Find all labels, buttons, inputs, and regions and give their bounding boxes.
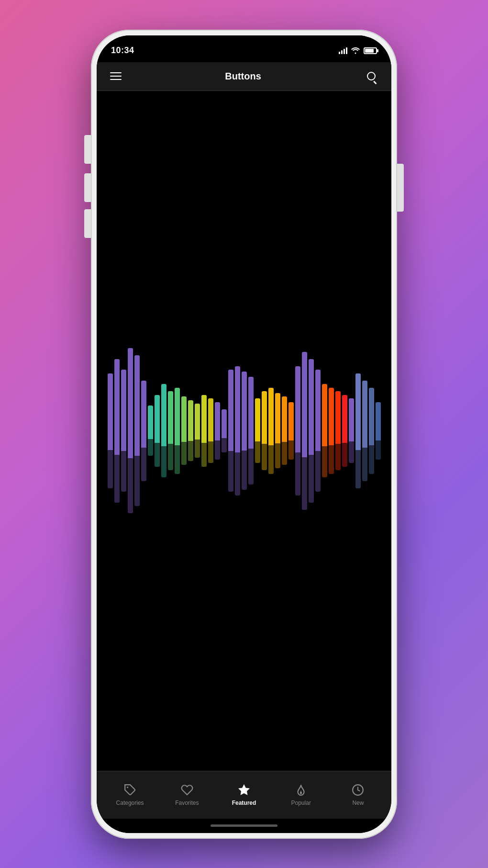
bar-32	[322, 326, 327, 536]
bars-container	[108, 326, 381, 536]
bar-31	[315, 326, 321, 536]
svg-marker-1	[239, 785, 249, 795]
bar-23	[262, 326, 267, 536]
signal-icon	[339, 47, 347, 54]
status-time: 10:34	[111, 45, 134, 56]
bottom-navigation: Categories Favorites Featured	[97, 771, 391, 819]
header: Buttons	[97, 62, 391, 91]
hamburger-line-1	[110, 72, 122, 73]
home-bar	[211, 824, 277, 827]
bar-27	[288, 326, 294, 536]
favorites-label: Favorites	[175, 800, 199, 806]
bar-7	[155, 326, 160, 536]
featured-label: Featured	[232, 800, 256, 806]
menu-button[interactable]	[110, 72, 122, 80]
home-indicator	[97, 819, 391, 833]
bar-0	[108, 326, 113, 536]
bar-34	[335, 326, 341, 536]
featured-icon	[237, 783, 251, 797]
bar-29	[302, 326, 307, 536]
bar-22	[255, 326, 260, 536]
bar-40	[376, 326, 381, 536]
popular-icon	[294, 783, 308, 797]
bar-9	[168, 326, 173, 536]
bar-38	[362, 326, 367, 536]
main-content	[97, 91, 391, 771]
tab-popular[interactable]: Popular	[273, 783, 330, 806]
bar-4	[134, 326, 140, 536]
bar-26	[282, 326, 287, 536]
bar-18	[228, 326, 233, 536]
bar-30	[309, 326, 314, 536]
battery-icon	[364, 47, 377, 54]
bar-35	[342, 326, 347, 536]
search-icon	[367, 72, 376, 80]
search-button[interactable]	[365, 69, 378, 83]
bar-2	[121, 326, 126, 536]
hamburger-line-3	[110, 79, 122, 80]
favorites-icon	[180, 783, 194, 797]
popular-label: Popular	[291, 800, 311, 806]
tab-categories[interactable]: Categories	[101, 783, 158, 806]
bar-6	[148, 326, 153, 536]
tab-new[interactable]: New	[330, 783, 387, 806]
bar-8	[161, 326, 166, 536]
bar-36	[349, 326, 354, 536]
visualizer	[97, 91, 391, 771]
bar-33	[329, 326, 334, 536]
bar-1	[114, 326, 120, 536]
bar-12	[188, 326, 193, 536]
bar-15	[208, 326, 213, 536]
categories-label: Categories	[116, 800, 144, 806]
bar-20	[242, 326, 247, 536]
bar-17	[222, 326, 227, 536]
phone-frame: 10:34	[91, 30, 397, 839]
bar-16	[215, 326, 220, 536]
bar-39	[369, 326, 374, 536]
bar-24	[268, 326, 274, 536]
categories-icon	[123, 783, 137, 797]
bar-28	[295, 326, 300, 536]
notch	[196, 35, 292, 53]
bar-19	[235, 326, 240, 536]
bar-5	[141, 326, 146, 536]
bar-11	[181, 326, 187, 536]
hamburger-line-2	[110, 76, 122, 77]
tab-featured[interactable]: Featured	[215, 783, 272, 806]
bar-21	[248, 326, 254, 536]
bar-14	[201, 326, 207, 536]
bar-3	[128, 326, 133, 536]
status-icons	[339, 47, 377, 54]
page-title: Buttons	[225, 71, 261, 82]
bar-13	[195, 326, 200, 536]
bar-25	[275, 326, 280, 536]
tab-favorites[interactable]: Favorites	[158, 783, 215, 806]
phone-screen: 10:34	[97, 35, 391, 833]
new-icon	[351, 783, 365, 797]
bar-37	[355, 326, 361, 536]
bar-10	[175, 326, 180, 536]
new-label: New	[352, 800, 364, 806]
wifi-icon	[351, 47, 360, 54]
